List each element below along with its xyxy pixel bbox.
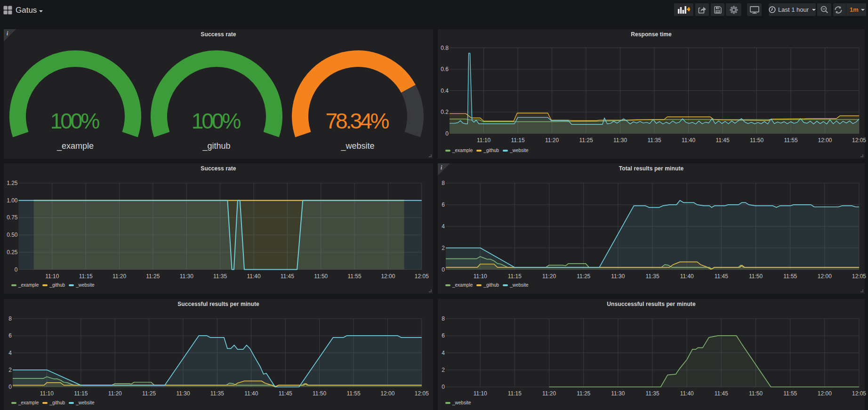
svg-text:11:15: 11:15	[79, 273, 93, 280]
svg-text:11:45: 11:45	[715, 273, 728, 280]
svg-text:12:00: 12:00	[818, 137, 832, 144]
svg-text:11:55: 11:55	[348, 273, 362, 280]
svg-text:11:45: 11:45	[715, 390, 728, 397]
svg-text:0.25: 0.25	[7, 249, 18, 256]
svg-text:11:20: 11:20	[542, 273, 556, 280]
svg-text:11:25: 11:25	[577, 273, 590, 280]
svg-text:0: 0	[442, 384, 445, 390]
svg-text:12:05: 12:05	[415, 273, 429, 280]
svg-text:12:05: 12:05	[415, 390, 429, 397]
svg-text:_github: _github	[202, 141, 230, 151]
svg-text:11:15: 11:15	[74, 390, 88, 397]
svg-text:100%: 100%	[50, 109, 100, 133]
svg-text:11:30: 11:30	[613, 137, 627, 144]
svg-text:11:15: 11:15	[508, 390, 522, 397]
svg-text:0.4: 0.4	[441, 88, 449, 94]
svg-text:0.8: 0.8	[441, 45, 449, 51]
svg-text:11:30: 11:30	[611, 390, 625, 397]
svg-text:11:45: 11:45	[279, 390, 292, 397]
svg-text:12:00: 12:00	[380, 390, 394, 397]
svg-text:4: 4	[8, 350, 12, 356]
svg-text:0.50: 0.50	[7, 232, 18, 238]
svg-text:11:35: 11:35	[645, 390, 659, 397]
svg-text:0.2: 0.2	[441, 109, 449, 115]
svg-text:2: 2	[442, 367, 445, 373]
svg-text:11:10: 11:10	[474, 390, 487, 397]
svg-text:11:45: 11:45	[281, 273, 294, 280]
svg-text:6: 6	[442, 201, 445, 208]
svg-text:11:20: 11:20	[113, 273, 126, 280]
svg-text:0.75: 0.75	[7, 214, 18, 221]
svg-text:0: 0	[8, 384, 12, 390]
svg-text:_example: _example	[56, 141, 94, 151]
svg-text:11:25: 11:25	[579, 137, 593, 144]
svg-text:11:40: 11:40	[247, 273, 260, 280]
svg-text:11:50: 11:50	[750, 137, 764, 144]
svg-text:11:15: 11:15	[508, 273, 522, 280]
svg-text:11:15: 11:15	[511, 137, 524, 144]
svg-text:11:40: 11:40	[680, 390, 694, 397]
svg-text:11:50: 11:50	[749, 273, 763, 280]
svg-text:0: 0	[445, 130, 449, 137]
svg-text:6: 6	[442, 332, 445, 339]
svg-text:78.34%: 78.34%	[325, 109, 389, 133]
svg-text:12:00: 12:00	[381, 273, 395, 280]
svg-text:0.6: 0.6	[441, 66, 449, 72]
svg-text:8: 8	[8, 315, 12, 322]
svg-text:11:55: 11:55	[783, 273, 797, 280]
svg-text:6: 6	[8, 332, 12, 339]
svg-text:11:35: 11:35	[647, 137, 661, 144]
svg-text:11:20: 11:20	[108, 390, 122, 397]
svg-text:11:50: 11:50	[313, 390, 326, 397]
svg-text:11:35: 11:35	[645, 273, 659, 280]
svg-text:0: 0	[15, 266, 18, 273]
svg-text:2: 2	[442, 245, 445, 251]
svg-text:11:55: 11:55	[783, 390, 797, 397]
svg-text:2: 2	[8, 367, 12, 373]
svg-text:11:25: 11:25	[577, 390, 590, 397]
svg-text:11:45: 11:45	[715, 137, 729, 144]
svg-text:11:40: 11:40	[682, 137, 695, 144]
svg-text:11:10: 11:10	[45, 273, 59, 280]
svg-text:11:35: 11:35	[210, 390, 224, 397]
svg-text:11:20: 11:20	[542, 390, 556, 397]
svg-text:11:20: 11:20	[545, 137, 559, 144]
svg-text:12:05: 12:05	[852, 273, 866, 280]
svg-text:8: 8	[442, 315, 445, 322]
svg-text:11:30: 11:30	[611, 273, 625, 280]
svg-text:4: 4	[442, 223, 445, 230]
svg-text:1.25: 1.25	[7, 180, 18, 186]
svg-text:11:10: 11:10	[477, 137, 490, 144]
svg-text:0: 0	[442, 266, 445, 273]
svg-text:12:05: 12:05	[852, 390, 866, 397]
svg-text:100%: 100%	[192, 109, 241, 133]
svg-text:1.00: 1.00	[7, 197, 18, 204]
svg-text:12:00: 12:00	[818, 390, 832, 397]
svg-text:11:55: 11:55	[784, 137, 797, 144]
svg-text:11:25: 11:25	[142, 390, 156, 397]
svg-text:11:55: 11:55	[346, 390, 360, 397]
svg-text:12:05: 12:05	[852, 137, 866, 144]
svg-text:12:00: 12:00	[818, 273, 832, 280]
svg-text:8: 8	[442, 180, 445, 186]
svg-text:11:40: 11:40	[680, 273, 694, 280]
svg-text:11:50: 11:50	[314, 273, 328, 280]
svg-text:11:10: 11:10	[40, 390, 54, 397]
svg-text:11:30: 11:30	[180, 273, 193, 280]
svg-text:4: 4	[442, 350, 445, 356]
svg-text:11:50: 11:50	[749, 390, 763, 397]
svg-text:11:10: 11:10	[474, 273, 487, 280]
svg-text:11:25: 11:25	[146, 273, 160, 280]
svg-text:11:40: 11:40	[244, 390, 258, 397]
svg-text:_website: _website	[340, 141, 374, 151]
svg-text:11:30: 11:30	[176, 390, 190, 397]
svg-text:11:35: 11:35	[213, 273, 227, 280]
